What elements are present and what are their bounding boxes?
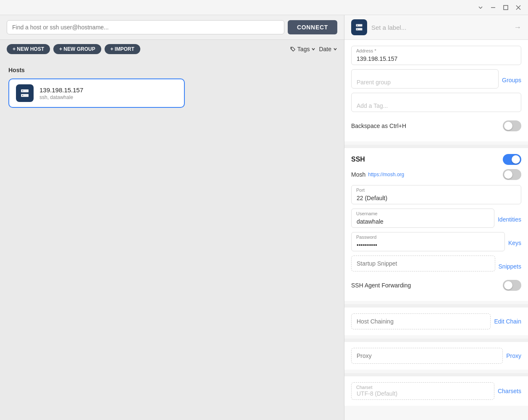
parent-group-row: Groups — [351, 69, 521, 93]
password-label: Password — [356, 235, 376, 240]
host-card[interactable]: 139.198.15.157 ssh, datawhale — [8, 78, 185, 108]
svg-point-11 — [357, 29, 358, 30]
hosts-label: Hosts — [8, 67, 336, 73]
parent-group-field — [351, 69, 499, 89]
new-group-button[interactable]: + NEW GROUP — [53, 44, 101, 54]
svg-rect-4 — [21, 89, 29, 92]
host-info: 139.198.15.157 ssh, datawhale — [39, 86, 83, 100]
date-label: Date — [319, 46, 331, 52]
mosh-row: Mosh https://mosh.org — [351, 169, 521, 180]
parent-group-input[interactable] — [351, 69, 499, 89]
divider-4 — [344, 373, 528, 376]
svg-point-7 — [22, 95, 23, 96]
right-header-icon — [351, 19, 367, 35]
proxy-row: Proxy — [351, 348, 521, 364]
charset-input[interactable] — [351, 382, 494, 400]
label-placeholder[interactable]: Set a label... — [371, 24, 510, 31]
svg-rect-5 — [21, 94, 29, 97]
tags-label: Tags — [297, 46, 310, 52]
startup-snippet-input[interactable] — [351, 256, 495, 271]
svg-rect-1 — [504, 5, 508, 10]
address-section: Address * Groups Backspace as Ctrl+H — [344, 40, 528, 141]
host-chaining-input[interactable] — [351, 313, 491, 329]
proxy-section: Proxy — [344, 342, 528, 370]
new-host-button[interactable]: + NEW HOST — [7, 44, 50, 54]
left-panel: CONNECT + NEW HOST + NEW GROUP + IMPORT … — [0, 15, 344, 420]
svg-point-6 — [22, 91, 23, 91]
mosh-label: Mosh — [351, 171, 365, 178]
toolbar: + NEW HOST + NEW GROUP + IMPORT Tags Dat… — [0, 40, 344, 58]
proxy-input[interactable] — [351, 348, 503, 364]
startup-snippet-field — [351, 256, 495, 271]
chevron-down-icon — [478, 5, 483, 10]
groups-link[interactable]: Groups — [502, 77, 521, 83]
forward-arrow-icon: → — [514, 23, 521, 32]
divider-3 — [344, 339, 528, 342]
identities-link[interactable]: Identities — [498, 216, 521, 223]
ssh-agent-label: SSH Agent Forwarding — [351, 282, 411, 289]
address-label: Address * — [356, 48, 376, 53]
svg-point-10 — [357, 25, 358, 26]
svg-rect-9 — [356, 28, 363, 31]
password-field: Password — [351, 232, 505, 251]
maximize-icon[interactable] — [503, 5, 509, 10]
keys-link[interactable]: Keys — [508, 240, 521, 246]
backspace-toggle-row: Backspace as Ctrl+H — [351, 116, 521, 136]
password-row: Password Keys — [351, 232, 521, 256]
backspace-toggle[interactable] — [503, 120, 521, 131]
tag-icon — [290, 46, 296, 52]
port-input[interactable] — [351, 185, 521, 204]
header-server-icon — [355, 23, 363, 31]
ssh-title: SSH — [351, 156, 365, 163]
app-container: CONNECT + NEW HOST + NEW GROUP + IMPORT … — [0, 15, 528, 420]
edit-chain-link[interactable]: Edit Chain — [494, 318, 521, 325]
ssh-agent-toggle-thumb — [504, 281, 512, 290]
add-tag-input[interactable] — [351, 93, 521, 112]
host-chaining-row: Edit Chain — [351, 313, 521, 329]
host-icon — [16, 84, 34, 102]
window-chrome — [0, 0, 528, 15]
mosh-link[interactable]: https://mosh.org — [368, 172, 404, 177]
username-row: Username Identities — [351, 209, 521, 232]
tags-filter-button[interactable]: Tags — [290, 46, 316, 52]
host-meta: ssh, datawhale — [39, 94, 83, 100]
ssh-header-row: SSH — [351, 154, 521, 165]
ssh-toggle-thumb — [512, 155, 520, 164]
port-field: Port — [351, 185, 521, 204]
charset-section: Charset Charsets — [344, 376, 528, 406]
import-button[interactable]: + IMPORT — [105, 44, 140, 54]
close-icon[interactable] — [515, 5, 521, 10]
ssh-toggle[interactable] — [503, 154, 521, 165]
address-field: Address * — [351, 46, 521, 65]
charset-row: Charset Charsets — [351, 382, 521, 400]
ssh-agent-toggle[interactable] — [503, 280, 521, 291]
right-panel-header: Set a label... → — [344, 15, 528, 40]
ssh-section: SSH Mosh https://mosh.org Port — [344, 148, 528, 301]
host-chaining-section: Edit Chain — [344, 308, 528, 335]
svg-rect-8 — [356, 24, 363, 27]
username-label: Username — [356, 211, 378, 216]
proxy-link[interactable]: Proxy — [506, 352, 521, 359]
divider-2 — [344, 304, 528, 308]
snippet-row: Snippets — [351, 256, 521, 276]
snippets-link[interactable]: Snippets — [499, 263, 521, 270]
username-field: Username — [351, 209, 494, 228]
server-icon — [20, 88, 30, 98]
divider-1 — [344, 145, 528, 148]
address-input[interactable] — [351, 46, 521, 65]
charset-label: Charset — [356, 385, 373, 390]
backspace-toggle-thumb — [504, 122, 512, 130]
search-input[interactable] — [7, 20, 284, 34]
minimize-icon[interactable] — [490, 5, 496, 10]
backspace-label: Backspace as Ctrl+H — [351, 123, 406, 129]
mosh-toggle-wrap — [503, 169, 521, 180]
date-filter-button[interactable]: Date — [319, 46, 337, 52]
mosh-toggle[interactable] — [503, 169, 521, 180]
connect-button[interactable]: CONNECT — [288, 20, 337, 34]
charsets-link[interactable]: Charsets — [498, 388, 521, 394]
date-chevron-icon — [333, 47, 337, 51]
mosh-toggle-thumb — [504, 170, 512, 179]
hosts-section: Hosts 139.198.15.157 ssh, datawhale — [0, 58, 344, 108]
port-label: Port — [356, 188, 365, 193]
search-bar: CONNECT — [0, 15, 344, 40]
